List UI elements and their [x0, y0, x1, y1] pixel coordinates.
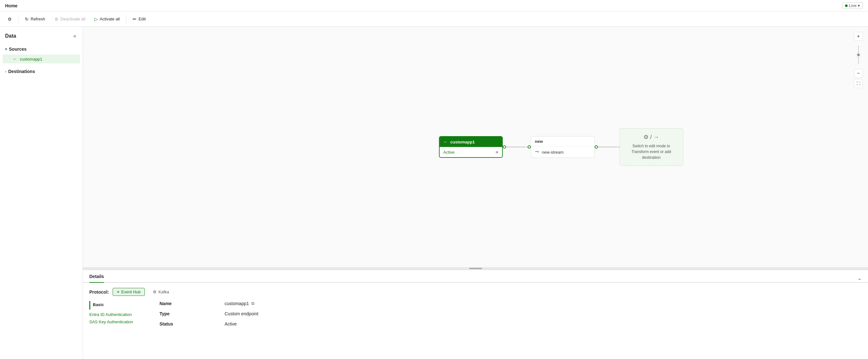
field-type-label: Type: [159, 311, 217, 316]
title-bar: Home Live ▾: [0, 0, 868, 11]
destinations-section-label: Destinations: [8, 69, 35, 74]
source-node-header: ← customapp1: [440, 137, 502, 147]
live-badge-label: Live: [849, 3, 857, 8]
zoom-out-icon: −: [857, 70, 860, 76]
source-node-icon: ←: [443, 139, 448, 144]
sidebar-title: Data: [5, 33, 16, 39]
details-collapse-button[interactable]: ⌄: [858, 275, 862, 281]
details-nav-item-saskey[interactable]: SAS Key Authentication: [89, 318, 147, 326]
sources-section-header[interactable]: ▾ Sources: [0, 44, 83, 54]
sidebar: Data « ▾ Sources ← customapp1 › Destinat…: [0, 27, 83, 359]
eventhub-label: Event Hub: [121, 290, 141, 294]
deactivate-icon: ⏸: [54, 17, 59, 22]
zoom-in-icon: +: [857, 33, 860, 39]
connector-dot-1: [503, 145, 506, 149]
sidebar-item-customapp1[interactable]: ← customapp1: [3, 55, 80, 63]
field-name-value: customapp1 ⧉: [224, 301, 862, 306]
destinations-section-header[interactable]: › Destinations: [0, 66, 83, 76]
stream-name: new-stream: [542, 150, 564, 155]
destinations-chevron-icon: ›: [5, 69, 6, 73]
deactivate-all-button[interactable]: ⏸ Deactivate all: [51, 15, 89, 24]
details-nav-item-entraid[interactable]: Entra ID Authentication: [89, 311, 147, 318]
activate-all-label: Activate all: [100, 17, 120, 21]
details-body: Basic Entra ID Authentication SAS Key Au…: [89, 301, 862, 326]
canvas[interactable]: ← customapp1 Active ≡ →: [83, 27, 868, 267]
connector-line-2: [598, 146, 617, 147]
edit-button[interactable]: ✏ Edit: [129, 15, 149, 24]
connector-dot-2: [528, 145, 531, 149]
field-status-text: Active: [224, 321, 237, 326]
destination-placeholder-text: Switch to edit mode to Transform event o…: [625, 143, 678, 160]
refresh-label: Refresh: [31, 17, 45, 21]
sidebar-section-destinations: › Destinations: [0, 65, 83, 78]
details-content: Protocol: ≡ Event Hub ⚙ Kafka Basic: [83, 283, 868, 332]
field-name-label: Name: [159, 301, 217, 306]
source-item-label: customapp1: [20, 57, 42, 62]
settings-button[interactable]: ⚙: [4, 15, 16, 24]
protocol-tab-kafka[interactable]: ⚙ Kafka: [149, 288, 173, 296]
toolbar-separator-1: [18, 15, 19, 23]
kafka-icon: ⚙: [153, 290, 157, 294]
toolbar-separator-2: [126, 15, 126, 23]
page-title: Home: [5, 3, 18, 8]
destination-placeholder: ⚙ / → Switch to edit mode to Transform e…: [620, 128, 683, 166]
zoom-slider[interactable]: [858, 42, 859, 68]
field-status-label: Status: [159, 321, 217, 326]
toolbar: ⚙ ↻ Refresh ⏸ Deactivate all ▷ Activate …: [0, 11, 868, 27]
resize-handle[interactable]: [83, 267, 868, 270]
zoom-out-button[interactable]: −: [854, 69, 863, 78]
connector-line-1: [506, 146, 525, 147]
eventhub-icon: ≡: [117, 290, 119, 294]
source-node-title: customapp1: [451, 140, 475, 144]
field-status-value: Active: [224, 321, 862, 326]
stream-node-body: 〜 new-stream: [531, 146, 594, 158]
details-nav-section-basic: Basic: [89, 301, 147, 309]
live-mode-selector[interactable]: Live ▾: [842, 2, 863, 9]
details-tab[interactable]: Details: [89, 274, 104, 283]
stream-node[interactable]: new 〜 new-stream: [531, 136, 595, 158]
protocol-tab-eventhub[interactable]: ≡ Event Hub: [113, 288, 145, 296]
live-dot: [845, 4, 847, 7]
collapse-icon: «: [73, 33, 76, 39]
details-fields: Name customapp1 ⧉ Type Custom endpoint S…: [159, 301, 862, 326]
refresh-icon: ↻: [25, 17, 29, 22]
fit-icon: ⛶: [857, 81, 860, 86]
source-node[interactable]: ← customapp1 Active ≡: [439, 136, 503, 158]
canvas-area: ← customapp1 Active ≡ →: [83, 27, 868, 359]
details-nav: Basic Entra ID Authentication SAS Key Au…: [89, 301, 147, 326]
details-collapse-icon: ⌄: [858, 275, 862, 281]
field-type-text: Custom endpoint: [224, 311, 258, 316]
connector-1: →: [503, 144, 531, 150]
live-badge[interactable]: Live ▾: [842, 2, 863, 9]
fit-button[interactable]: ⛶: [854, 79, 863, 88]
main-layout: Data « ▾ Sources ← customapp1 › Destinat…: [0, 27, 868, 359]
sources-chevron-icon: ▾: [5, 47, 7, 51]
activate-all-button[interactable]: ▷ Activate all: [91, 15, 124, 24]
edit-label: Edit: [138, 17, 146, 21]
field-type-value: Custom endpoint: [224, 311, 862, 316]
protocol-label: Protocol:: [89, 290, 109, 295]
zoom-controls: + − ⛶: [854, 32, 863, 88]
edit-icon: ✏: [133, 17, 136, 22]
field-name-text: customapp1: [224, 301, 249, 306]
refresh-button[interactable]: ↻ Refresh: [21, 15, 49, 24]
details-panel: Details ⌄ Protocol: ≡ Event Hub ⚙ Kafka: [83, 270, 868, 359]
copy-name-icon[interactable]: ⧉: [251, 301, 254, 306]
details-header: Details ⌄: [83, 270, 868, 283]
connector-2: →: [595, 144, 620, 150]
source-status: Active: [443, 150, 455, 155]
zoom-thumb: [857, 53, 860, 57]
sidebar-collapse-button[interactable]: «: [72, 32, 78, 40]
sources-section-label: Sources: [9, 46, 27, 52]
sidebar-header: Data «: [0, 27, 83, 43]
deactivate-all-label: Deactivate all: [61, 17, 86, 21]
connector-arrow-2: →: [616, 144, 621, 150]
resize-dot: [469, 268, 482, 269]
destination-placeholder-icons: ⚙ / →: [625, 134, 678, 141]
kafka-label: Kafka: [159, 290, 169, 294]
activate-icon: ▷: [94, 17, 98, 22]
zoom-in-button[interactable]: +: [854, 32, 863, 41]
zoom-track: [858, 45, 859, 64]
sidebar-section-sources: ▾ Sources ← customapp1: [0, 43, 83, 65]
source-node-menu-icon[interactable]: ≡: [495, 150, 498, 155]
